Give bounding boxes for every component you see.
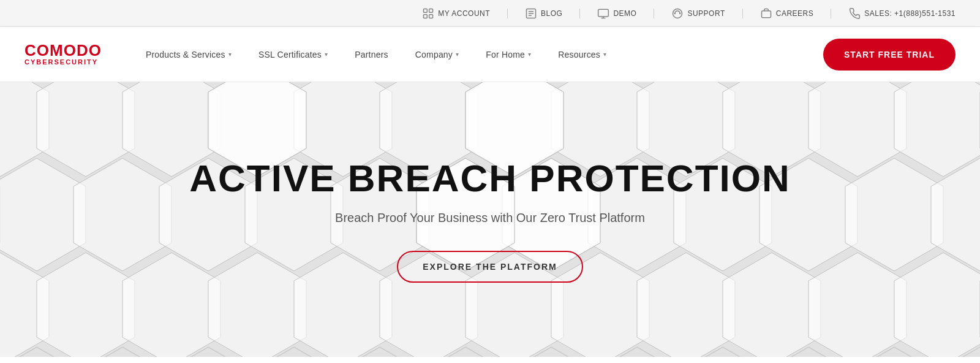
divider — [507, 9, 508, 18]
topbar-sales[interactable]: SALES: +1(888)551-1531 — [848, 7, 956, 20]
demo-icon — [597, 7, 609, 20]
topbar-careers[interactable]: CAREERS — [760, 7, 814, 20]
divider — [654, 9, 654, 18]
nav-links: Products & Services ▾ SSL Certificates ▾… — [132, 27, 823, 82]
phone-icon — [848, 7, 861, 20]
svg-rect-14 — [761, 10, 771, 17]
hero-section: ACTIVE BREACH PROTECTION Breach Proof Yo… — [0, 82, 980, 357]
divider — [579, 9, 580, 18]
nav-for-home[interactable]: For Home ▾ — [472, 27, 545, 82]
main-nav: COMODO CYBERSECURITY Products & Services… — [0, 27, 980, 82]
chevron-down-icon: ▾ — [456, 51, 459, 58]
topbar-blog[interactable]: BLOG — [525, 7, 562, 20]
chevron-down-icon: ▾ — [325, 51, 328, 58]
nav-ssl[interactable]: SSL Certificates ▾ — [245, 27, 341, 82]
topbar-support[interactable]: SUPPORT — [671, 7, 725, 20]
topbar-demo[interactable]: DEMO — [597, 7, 636, 20]
divider — [742, 9, 743, 18]
divider — [831, 9, 831, 18]
topbar-my-account[interactable]: MY ACCOUNT — [422, 7, 490, 20]
svg-rect-1 — [429, 9, 433, 12]
chevron-down-icon: ▾ — [228, 51, 232, 58]
careers-icon — [760, 7, 772, 20]
nav-resources[interactable]: Resources ▾ — [545, 27, 620, 82]
svg-rect-0 — [424, 9, 428, 12]
svg-point-12 — [674, 12, 676, 14]
nav-partners[interactable]: Partners — [341, 27, 402, 82]
support-icon — [671, 7, 684, 20]
chevron-down-icon: ▾ — [603, 51, 606, 58]
start-free-trial-button[interactable]: START FREE TRIAL — [823, 39, 956, 71]
logo-comodo: COMODO — [24, 42, 102, 58]
account-icon — [422, 7, 434, 20]
svg-point-13 — [679, 12, 681, 14]
nav-company[interactable]: Company ▾ — [402, 27, 473, 82]
hero-title: ACTIVE BREACH PROTECTION — [189, 156, 790, 200]
hero-subtitle: Breach Proof Your Business with Our Zero… — [189, 211, 790, 225]
svg-rect-3 — [429, 14, 433, 18]
logo-cybersecurity: CYBERSECURITY — [24, 58, 102, 66]
svg-rect-8 — [598, 9, 609, 17]
hero-content: ACTIVE BREACH PROTECTION Breach Proof Yo… — [189, 156, 790, 283]
chevron-down-icon: ▾ — [528, 51, 531, 58]
explore-platform-button[interactable]: EXPLORE THE PLATFORM — [397, 251, 582, 283]
nav-products[interactable]: Products & Services ▾ — [132, 27, 245, 82]
blog-icon — [525, 7, 537, 20]
top-bar: MY ACCOUNT BLOG DEMO SUPPORT CAREERS — [0, 0, 980, 27]
logo[interactable]: COMODO CYBERSECURITY — [24, 42, 102, 66]
svg-rect-2 — [424, 14, 428, 18]
